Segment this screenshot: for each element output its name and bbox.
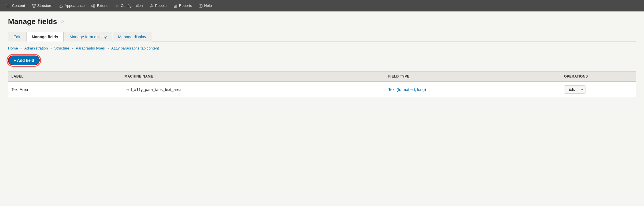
breadcrumb-paragraphs-types[interactable]: Paragraphs types: [76, 46, 105, 50]
extend-icon: [91, 3, 95, 8]
content-icon: ⬛: [6, 3, 11, 8]
reports-icon: [174, 3, 178, 8]
col-header-operations: OPERATIONS: [561, 71, 636, 82]
breadcrumb-sep-1: »: [20, 46, 23, 50]
field-type-link[interactable]: Text (formatted, long): [388, 87, 426, 92]
svg-point-12: [117, 5, 118, 6]
breadcrumb-sep-3: »: [71, 46, 75, 50]
svg-point-1: [35, 4, 36, 5]
breadcrumb-administration[interactable]: Administration: [24, 46, 48, 50]
chevron-down-icon: ▾: [581, 88, 583, 92]
nav-item-structure[interactable]: Structure: [29, 0, 56, 11]
svg-rect-7: [94, 4, 95, 6]
svg-point-13: [116, 6, 117, 7]
tab-manage-form-display[interactable]: Manage form display: [64, 32, 112, 41]
breadcrumb-a11y-tab-content[interactable]: A11y paragraphs tab content: [111, 46, 159, 50]
nav-label-people: People: [155, 3, 166, 8]
nav-item-help[interactable]: ? Help: [195, 0, 215, 11]
nav-label-help: Help: [204, 3, 212, 8]
people-icon: [150, 3, 154, 8]
nav-label-extend: Extend: [97, 3, 108, 8]
col-header-field-type: FIELD TYPE: [385, 71, 561, 82]
table-header-row: LABEL MACHINE NAME FIELD TYPE OPERATIONS: [8, 71, 636, 82]
nav-item-people[interactable]: People: [146, 0, 170, 11]
page-title: Manage fields: [8, 17, 57, 26]
svg-rect-6: [92, 5, 93, 7]
svg-line-4: [34, 5, 35, 7]
table-header: LABEL MACHINE NAME FIELD TYPE OPERATIONS: [8, 71, 636, 82]
nav-label-configuration: Configuration: [121, 3, 143, 8]
breadcrumb: Home » Administration » Structure » Para…: [8, 46, 636, 50]
nav-item-configuration[interactable]: Configuration: [112, 0, 146, 11]
svg-point-11: [116, 5, 117, 5]
structure-icon: [32, 3, 36, 8]
cell-operations: Edit ▾: [561, 82, 636, 97]
breadcrumb-structure[interactable]: Structure: [54, 46, 69, 50]
nav-label-appearance: Appearance: [65, 3, 84, 8]
main-content: Manage fields ☆ Edit Manage fields Manag…: [0, 11, 644, 109]
tab-edit[interactable]: Edit: [8, 32, 26, 41]
operations-dropdown-button[interactable]: ▾: [579, 86, 585, 93]
svg-rect-17: [176, 5, 177, 8]
nav-label-structure: Structure: [37, 3, 53, 8]
svg-rect-16: [175, 5, 176, 8]
nav-item-content[interactable]: ⬛ Content: [2, 0, 29, 11]
col-header-label: LABEL: [8, 71, 121, 82]
configuration-icon: [115, 3, 119, 8]
breadcrumb-sep-4: »: [107, 46, 110, 50]
cell-field-type: Text (formatted, long): [385, 82, 561, 97]
svg-point-0: [32, 4, 33, 5]
svg-text:?: ?: [200, 5, 202, 8]
nav-item-extend[interactable]: Extend: [88, 0, 112, 11]
nav-item-reports[interactable]: Reports: [170, 0, 196, 11]
tab-manage-fields[interactable]: Manage fields: [26, 32, 64, 41]
page-title-row: Manage fields ☆: [8, 17, 636, 26]
bookmark-star-icon[interactable]: ☆: [60, 19, 65, 25]
nav-item-appearance[interactable]: Appearance: [56, 0, 88, 11]
cell-machine-name: field_a11y_para_tabs_text_area: [121, 82, 385, 97]
help-icon: ?: [199, 3, 203, 8]
table-body: Text Area field_a11y_para_tabs_text_area…: [8, 82, 636, 97]
top-navigation: ⬛ Content Structure Appearance: [0, 0, 644, 11]
svg-point-2: [33, 7, 35, 8]
svg-line-3: [33, 5, 34, 7]
cell-label: Text Area: [8, 82, 121, 97]
add-field-button[interactable]: + Add field: [8, 56, 40, 65]
tabs-bar: Edit Manage fields Manage form display M…: [8, 32, 636, 41]
svg-rect-15: [174, 6, 175, 8]
col-header-machine-name: MACHINE NAME: [121, 71, 385, 82]
edit-operation-button[interactable]: Edit: [564, 86, 579, 93]
tab-manage-display[interactable]: Manage display: [113, 32, 152, 41]
svg-point-14: [151, 4, 152, 6]
fields-table: LABEL MACHINE NAME FIELD TYPE OPERATIONS…: [8, 71, 636, 97]
appearance-icon: [59, 3, 63, 8]
svg-rect-8: [94, 6, 95, 8]
operations-button-group: Edit ▾: [564, 85, 585, 94]
table-row: Text Area field_a11y_para_tabs_text_area…: [8, 82, 636, 97]
breadcrumb-home[interactable]: Home: [8, 46, 18, 50]
nav-label-reports: Reports: [179, 3, 192, 8]
nav-label-content: Content: [12, 3, 25, 8]
breadcrumb-sep-2: »: [50, 46, 53, 50]
